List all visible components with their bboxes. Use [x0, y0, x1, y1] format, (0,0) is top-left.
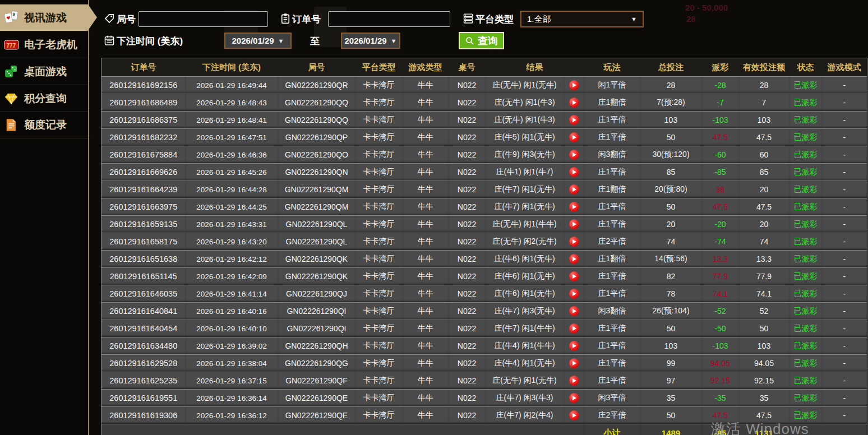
play-video-button[interactable]	[569, 115, 579, 125]
game-mode-cell: -	[822, 164, 867, 181]
table-no-cell: N022	[449, 216, 486, 233]
play-cell	[564, 285, 584, 303]
play-video-button[interactable]	[569, 323, 579, 334]
order-no-cell: 260129161675884	[101, 146, 186, 164]
play-video-button[interactable]	[569, 306, 579, 316]
play-video-button[interactable]	[569, 254, 579, 264]
order-no-cell: 260129161619306	[101, 407, 186, 424]
total-bet-cell: 20	[640, 216, 702, 233]
play-video-button[interactable]	[569, 376, 579, 386]
status-cell: 已派彩	[789, 77, 822, 94]
bet-time-cell: 2026-01-29 16:36:14	[186, 390, 278, 407]
round-no-cell: GN022261290QP	[278, 129, 355, 146]
game-mode-cell: -	[822, 216, 867, 233]
play-cell	[564, 233, 584, 251]
sidebar-item-quota-records[interactable]: 额度记录	[0, 112, 88, 138]
game-type-cell: 牛牛	[403, 77, 449, 94]
round-no-input[interactable]	[138, 11, 268, 27]
play-video-button[interactable]	[569, 167, 579, 177]
play-video-button[interactable]	[569, 289, 579, 299]
total-bet-cell: 74	[640, 233, 702, 251]
play-type-cell: 庄1平倍	[584, 355, 640, 372]
game-mode-cell: -	[822, 233, 867, 251]
play-video-button[interactable]	[569, 237, 579, 247]
round-no-cell: GN022261290QN	[278, 164, 355, 181]
bet-time-cell: 2026-01-29 16:37:15	[186, 372, 278, 390]
payout-cell: 92.15	[702, 372, 739, 390]
date-to-select[interactable]: 2026/01/29 ▼	[341, 33, 400, 49]
col-table-no: 桌号	[449, 58, 486, 77]
total-bet-cell: 85	[640, 164, 702, 181]
bet-time-cell: 2026-01-29 16:36:12	[186, 407, 278, 424]
order-no-input[interactable]	[328, 11, 450, 27]
play-video-button[interactable]	[569, 410, 579, 420]
play-cell	[564, 77, 584, 94]
total-bet-cell: 97	[640, 372, 702, 390]
platform-cell: 卡卡湾厅	[355, 390, 403, 407]
game-mode-cell: -	[822, 129, 867, 146]
play-cell	[564, 372, 584, 390]
payout-cell: 13.3	[702, 251, 739, 268]
gem-icon	[3, 91, 19, 106]
play-video-button[interactable]	[569, 202, 579, 212]
play-video-button[interactable]	[569, 98, 579, 108]
play-cell	[564, 268, 584, 285]
platform-select[interactable]: 1.全部 ▼	[520, 11, 644, 27]
payout-cell: -28	[702, 77, 739, 94]
game-type-cell: 牛牛	[403, 146, 449, 164]
play-type-cell: 庄1平倍	[584, 198, 640, 216]
game-mode-cell: -	[822, 355, 867, 372]
platform-cell: 卡卡湾厅	[355, 320, 403, 337]
platform-cell: 卡卡湾厅	[355, 129, 403, 146]
search-button[interactable]: 查询	[459, 32, 504, 49]
platform-cell: 卡卡湾厅	[355, 251, 403, 268]
bet-time-cell: 2026-01-29 16:45:26	[186, 164, 278, 181]
date-from-select[interactable]: 2026/01/29 ▼	[224, 33, 292, 49]
play-type-cell: 庄1平倍	[584, 320, 640, 337]
play-video-button[interactable]	[569, 393, 579, 403]
platform-cell: 卡卡湾厅	[355, 146, 403, 164]
sidebar-item-video-games[interactable]: 9视讯游戏	[0, 4, 88, 31]
col-platform-type: 平台类型	[355, 58, 403, 77]
status-cell: 已派彩	[789, 268, 822, 285]
game-type-cell: 牛牛	[403, 129, 449, 146]
platform-cell: 卡卡湾厅	[355, 407, 403, 424]
order-no-cell: 260129161640841	[101, 303, 186, 320]
total-bet-cell: 30(预:120)	[640, 146, 702, 164]
footer-total-bet-cell: 1489	[640, 424, 702, 435]
bet-time-cell: 2026-01-29 16:41:14	[186, 285, 278, 303]
table-row: 2601291616921562026-01-29 16:49:44GN0222…	[101, 77, 867, 94]
status-cell: 已派彩	[789, 285, 822, 303]
play-video-button[interactable]	[569, 358, 579, 368]
total-bet-cell: 82	[640, 268, 702, 285]
platform-cell: 卡卡湾厅	[355, 285, 403, 303]
play-video-button[interactable]	[569, 219, 579, 229]
result-cell: 庄(牛5) 闲1(无牛)	[486, 129, 564, 146]
round-no-cell: GN022261290QQ	[278, 94, 355, 112]
payout-cell: -50	[702, 320, 739, 337]
game-mode-cell: -	[822, 303, 867, 320]
play-video-button[interactable]	[569, 132, 579, 142]
result-cell: 庄(无牛) 闲2(无牛)	[486, 233, 564, 251]
sidebar-item-table-games[interactable]: 桌面游戏	[0, 58, 88, 85]
round-no-cell: GN022261290QF	[278, 372, 355, 390]
play-video-button[interactable]	[569, 150, 579, 160]
chevron-down-icon: ▼	[391, 38, 397, 44]
play-type-cell: 庄1平倍	[584, 285, 640, 303]
sidebar-item-points-query[interactable]: 积分查询	[0, 85, 88, 112]
play-cell	[564, 164, 584, 181]
bet-time-cell: 2026-01-29 16:44:28	[186, 181, 278, 198]
game-type-cell: 牛牛	[403, 216, 449, 233]
bet-records-table: 订单号 下注时间 (美东) 局号 平台类型 游戏类型 桌号 结果 玩法 总投注 …	[101, 58, 867, 435]
game-mode-cell: -	[822, 285, 867, 303]
play-video-button[interactable]	[569, 271, 579, 281]
table-no-cell: N022	[449, 407, 486, 424]
play-type-cell: 闲1平倍	[584, 77, 640, 94]
sidebar-item-slot-machines[interactable]: 777电子老虎机	[0, 31, 88, 58]
valid-bet-cell: 47.5	[739, 129, 789, 146]
play-video-button[interactable]	[569, 80, 579, 90]
play-video-button[interactable]	[569, 184, 579, 195]
play-video-button[interactable]	[569, 341, 579, 351]
game-mode-cell: -	[822, 77, 867, 94]
status-cell: 已派彩	[789, 303, 822, 320]
